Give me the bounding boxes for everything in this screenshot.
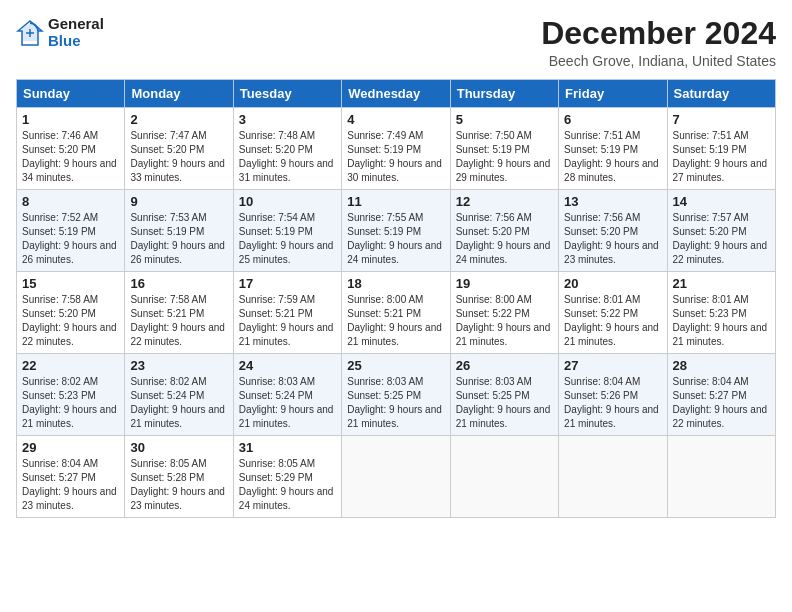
day-number: 20	[564, 276, 661, 291]
cell-info: Sunrise: 8:04 AMSunset: 5:27 PMDaylight:…	[673, 375, 770, 431]
header-cell-friday: Friday	[559, 80, 667, 108]
header-cell-thursday: Thursday	[450, 80, 558, 108]
calendar-cell: 12Sunrise: 7:56 AMSunset: 5:20 PMDayligh…	[450, 190, 558, 272]
calendar-cell: 14Sunrise: 7:57 AMSunset: 5:20 PMDayligh…	[667, 190, 775, 272]
calendar-cell: 1Sunrise: 7:46 AMSunset: 5:20 PMDaylight…	[17, 108, 125, 190]
calendar-body: 1Sunrise: 7:46 AMSunset: 5:20 PMDaylight…	[17, 108, 776, 518]
calendar-cell: 19Sunrise: 8:00 AMSunset: 5:22 PMDayligh…	[450, 272, 558, 354]
day-number: 12	[456, 194, 553, 209]
calendar-cell: 31Sunrise: 8:05 AMSunset: 5:29 PMDayligh…	[233, 436, 341, 518]
day-number: 4	[347, 112, 444, 127]
cell-info: Sunrise: 7:56 AMSunset: 5:20 PMDaylight:…	[456, 211, 553, 267]
calendar-cell	[667, 436, 775, 518]
cell-info: Sunrise: 8:02 AMSunset: 5:24 PMDaylight:…	[130, 375, 227, 431]
cell-info: Sunrise: 8:03 AMSunset: 5:25 PMDaylight:…	[347, 375, 444, 431]
calendar-cell: 5Sunrise: 7:50 AMSunset: 5:19 PMDaylight…	[450, 108, 558, 190]
day-number: 6	[564, 112, 661, 127]
cell-info: Sunrise: 7:51 AMSunset: 5:19 PMDaylight:…	[564, 129, 661, 185]
header-cell-wednesday: Wednesday	[342, 80, 450, 108]
calendar-cell: 4Sunrise: 7:49 AMSunset: 5:19 PMDaylight…	[342, 108, 450, 190]
calendar-cell	[450, 436, 558, 518]
cell-info: Sunrise: 8:04 AMSunset: 5:27 PMDaylight:…	[22, 457, 119, 513]
cell-info: Sunrise: 7:48 AMSunset: 5:20 PMDaylight:…	[239, 129, 336, 185]
cell-info: Sunrise: 7:52 AMSunset: 5:19 PMDaylight:…	[22, 211, 119, 267]
day-number: 13	[564, 194, 661, 209]
calendar-cell: 20Sunrise: 8:01 AMSunset: 5:22 PMDayligh…	[559, 272, 667, 354]
cell-info: Sunrise: 8:01 AMSunset: 5:22 PMDaylight:…	[564, 293, 661, 349]
week-row-3: 15Sunrise: 7:58 AMSunset: 5:20 PMDayligh…	[17, 272, 776, 354]
header-cell-tuesday: Tuesday	[233, 80, 341, 108]
day-number: 25	[347, 358, 444, 373]
calendar-cell: 28Sunrise: 8:04 AMSunset: 5:27 PMDayligh…	[667, 354, 775, 436]
calendar-cell: 3Sunrise: 7:48 AMSunset: 5:20 PMDaylight…	[233, 108, 341, 190]
day-number: 8	[22, 194, 119, 209]
cell-info: Sunrise: 7:59 AMSunset: 5:21 PMDaylight:…	[239, 293, 336, 349]
calendar-table: SundayMondayTuesdayWednesdayThursdayFrid…	[16, 79, 776, 518]
day-number: 28	[673, 358, 770, 373]
week-row-2: 8Sunrise: 7:52 AMSunset: 5:19 PMDaylight…	[17, 190, 776, 272]
page-header: General Blue December 2024 Beech Grove, …	[16, 16, 776, 69]
header-cell-saturday: Saturday	[667, 80, 775, 108]
calendar-cell: 7Sunrise: 7:51 AMSunset: 5:19 PMDaylight…	[667, 108, 775, 190]
day-number: 17	[239, 276, 336, 291]
cell-info: Sunrise: 7:49 AMSunset: 5:19 PMDaylight:…	[347, 129, 444, 185]
cell-info: Sunrise: 8:05 AMSunset: 5:29 PMDaylight:…	[239, 457, 336, 513]
calendar-cell: 30Sunrise: 8:05 AMSunset: 5:28 PMDayligh…	[125, 436, 233, 518]
logo-icon	[16, 19, 44, 47]
day-number: 11	[347, 194, 444, 209]
header-row: SundayMondayTuesdayWednesdayThursdayFrid…	[17, 80, 776, 108]
logo-text: General Blue	[48, 16, 104, 49]
month-title: December 2024	[541, 16, 776, 51]
cell-info: Sunrise: 8:04 AMSunset: 5:26 PMDaylight:…	[564, 375, 661, 431]
calendar-cell: 24Sunrise: 8:03 AMSunset: 5:24 PMDayligh…	[233, 354, 341, 436]
day-number: 7	[673, 112, 770, 127]
cell-info: Sunrise: 8:05 AMSunset: 5:28 PMDaylight:…	[130, 457, 227, 513]
day-number: 27	[564, 358, 661, 373]
cell-info: Sunrise: 7:58 AMSunset: 5:20 PMDaylight:…	[22, 293, 119, 349]
day-number: 22	[22, 358, 119, 373]
header-cell-sunday: Sunday	[17, 80, 125, 108]
day-number: 30	[130, 440, 227, 455]
cell-info: Sunrise: 8:00 AMSunset: 5:22 PMDaylight:…	[456, 293, 553, 349]
calendar-cell: 25Sunrise: 8:03 AMSunset: 5:25 PMDayligh…	[342, 354, 450, 436]
calendar-cell: 15Sunrise: 7:58 AMSunset: 5:20 PMDayligh…	[17, 272, 125, 354]
calendar-cell: 16Sunrise: 7:58 AMSunset: 5:21 PMDayligh…	[125, 272, 233, 354]
day-number: 9	[130, 194, 227, 209]
day-number: 3	[239, 112, 336, 127]
cell-info: Sunrise: 7:55 AMSunset: 5:19 PMDaylight:…	[347, 211, 444, 267]
day-number: 16	[130, 276, 227, 291]
cell-info: Sunrise: 7:53 AMSunset: 5:19 PMDaylight:…	[130, 211, 227, 267]
calendar-cell: 13Sunrise: 7:56 AMSunset: 5:20 PMDayligh…	[559, 190, 667, 272]
logo-general: General	[48, 16, 104, 33]
logo-blue: Blue	[48, 33, 104, 50]
day-number: 5	[456, 112, 553, 127]
cell-info: Sunrise: 7:54 AMSunset: 5:19 PMDaylight:…	[239, 211, 336, 267]
cell-info: Sunrise: 7:46 AMSunset: 5:20 PMDaylight:…	[22, 129, 119, 185]
cell-info: Sunrise: 7:56 AMSunset: 5:20 PMDaylight:…	[564, 211, 661, 267]
week-row-4: 22Sunrise: 8:02 AMSunset: 5:23 PMDayligh…	[17, 354, 776, 436]
day-number: 24	[239, 358, 336, 373]
calendar-cell: 6Sunrise: 7:51 AMSunset: 5:19 PMDaylight…	[559, 108, 667, 190]
calendar-header: SundayMondayTuesdayWednesdayThursdayFrid…	[17, 80, 776, 108]
day-number: 2	[130, 112, 227, 127]
calendar-cell: 2Sunrise: 7:47 AMSunset: 5:20 PMDaylight…	[125, 108, 233, 190]
cell-info: Sunrise: 8:03 AMSunset: 5:25 PMDaylight:…	[456, 375, 553, 431]
day-number: 21	[673, 276, 770, 291]
title-block: December 2024 Beech Grove, Indiana, Unit…	[541, 16, 776, 69]
header-cell-monday: Monday	[125, 80, 233, 108]
location: Beech Grove, Indiana, United States	[541, 53, 776, 69]
day-number: 18	[347, 276, 444, 291]
calendar-cell: 29Sunrise: 8:04 AMSunset: 5:27 PMDayligh…	[17, 436, 125, 518]
day-number: 29	[22, 440, 119, 455]
cell-info: Sunrise: 8:00 AMSunset: 5:21 PMDaylight:…	[347, 293, 444, 349]
logo: General Blue	[16, 16, 104, 49]
cell-info: Sunrise: 7:51 AMSunset: 5:19 PMDaylight:…	[673, 129, 770, 185]
cell-info: Sunrise: 8:03 AMSunset: 5:24 PMDaylight:…	[239, 375, 336, 431]
week-row-1: 1Sunrise: 7:46 AMSunset: 5:20 PMDaylight…	[17, 108, 776, 190]
calendar-cell: 11Sunrise: 7:55 AMSunset: 5:19 PMDayligh…	[342, 190, 450, 272]
cell-info: Sunrise: 7:50 AMSunset: 5:19 PMDaylight:…	[456, 129, 553, 185]
day-number: 26	[456, 358, 553, 373]
calendar-cell: 27Sunrise: 8:04 AMSunset: 5:26 PMDayligh…	[559, 354, 667, 436]
cell-info: Sunrise: 7:47 AMSunset: 5:20 PMDaylight:…	[130, 129, 227, 185]
cell-info: Sunrise: 7:58 AMSunset: 5:21 PMDaylight:…	[130, 293, 227, 349]
